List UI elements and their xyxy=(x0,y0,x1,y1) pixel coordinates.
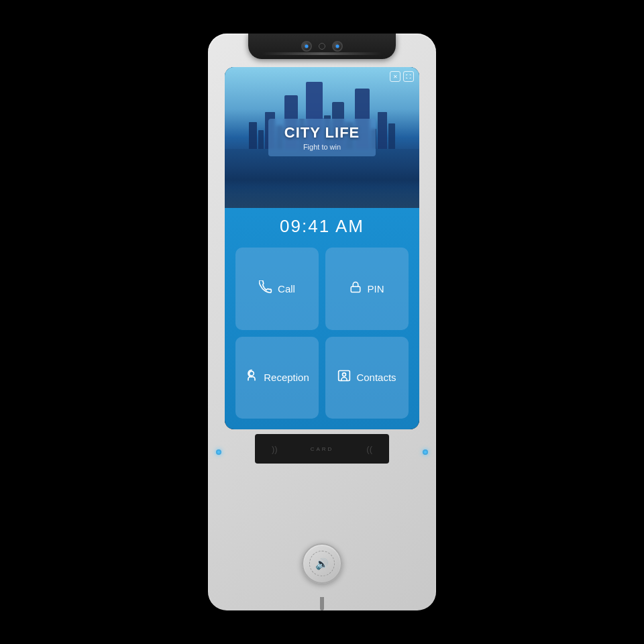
speaker-icon: 🔊 xyxy=(315,557,329,570)
camera-lens-left xyxy=(301,41,312,52)
call-button[interactable]: Call xyxy=(235,248,319,330)
svg-point-3 xyxy=(343,373,346,376)
indicator-light-right xyxy=(423,449,428,455)
speaker-ring: 🔊 xyxy=(309,551,335,576)
card-reader: CARD )) (( xyxy=(255,434,389,464)
indicator-light-left xyxy=(216,449,221,455)
call-icon xyxy=(259,280,272,297)
pin-label: PIN xyxy=(367,283,384,294)
contacts-button[interactable]: Contacts xyxy=(325,337,409,419)
pin-icon xyxy=(350,280,362,297)
device-body: ✕ ⛶ xyxy=(208,34,436,610)
banner-subtitle: Fight to win xyxy=(282,143,362,151)
screen-top-icons: ✕ ⛶ xyxy=(390,71,414,82)
camera-sensor xyxy=(319,43,325,50)
reception-label: Reception xyxy=(264,372,309,383)
screen-bezel: ✕ ⛶ xyxy=(225,67,419,429)
call-label: Call xyxy=(278,283,295,294)
screen: ✕ ⛶ xyxy=(225,67,419,429)
reception-icon xyxy=(245,369,258,386)
contacts-label: Contacts xyxy=(356,372,396,383)
nfc-left-icon: )) xyxy=(272,444,278,454)
camera-lens-right xyxy=(332,41,343,52)
card-reader-label: CARD xyxy=(311,446,334,452)
close-icon[interactable]: ✕ xyxy=(390,71,400,82)
speaker-button[interactable]: 🔊 xyxy=(302,543,342,584)
camera-bar xyxy=(248,34,396,59)
nfc-right-icon: (( xyxy=(366,444,372,454)
power-cable xyxy=(320,597,324,610)
expand-icon[interactable]: ⛶ xyxy=(403,71,414,82)
time-display: 09:41 AM xyxy=(225,208,419,248)
camera-bar-line xyxy=(262,52,382,55)
banner: CITY LIFE Fight to win xyxy=(225,67,419,208)
reception-button[interactable]: Reception xyxy=(235,337,319,419)
svg-point-1 xyxy=(250,372,254,376)
banner-overlay: CITY LIFE Fight to win xyxy=(268,119,376,156)
buttons-grid: Call PIN xyxy=(225,248,419,429)
banner-title: CITY LIFE xyxy=(282,124,362,142)
svg-rect-0 xyxy=(352,286,361,292)
pin-button[interactable]: PIN xyxy=(325,248,409,330)
contacts-icon xyxy=(337,369,351,386)
